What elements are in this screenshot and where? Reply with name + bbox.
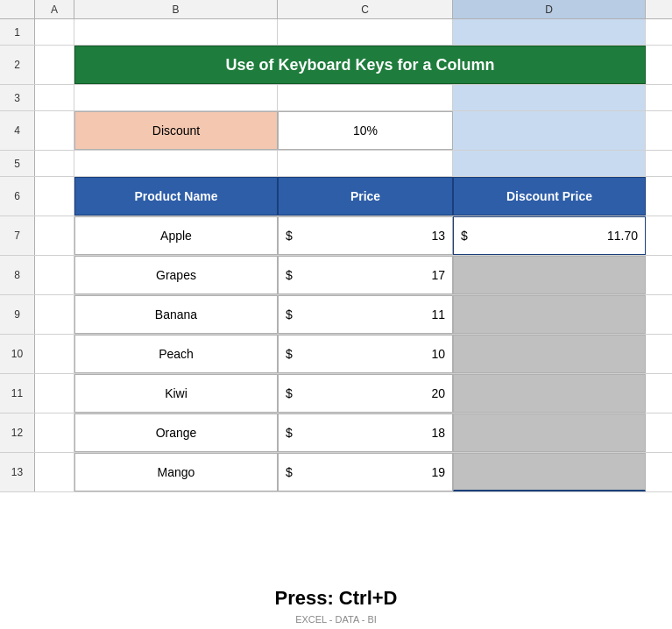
price-val-kiwi: 20 bbox=[303, 386, 445, 400]
discount-dollar-apple: $ bbox=[461, 229, 478, 243]
row-4: 4 Discount 10% bbox=[0, 111, 672, 151]
cell-price-kiwi[interactable]: $ 20 bbox=[278, 374, 453, 413]
discount-label-cell[interactable]: Discount bbox=[74, 111, 278, 150]
cell-a13[interactable] bbox=[35, 453, 74, 491]
cell-a3[interactable] bbox=[35, 85, 74, 110]
row-num-8: 8 bbox=[0, 256, 35, 294]
row-5: 5 bbox=[0, 151, 672, 177]
price-val-grapes: 17 bbox=[303, 268, 445, 282]
cell-product-kiwi[interactable]: Kiwi bbox=[74, 374, 278, 413]
cell-a4[interactable] bbox=[35, 111, 74, 150]
title-cell: Use of Keyboard Keys for a Column bbox=[74, 46, 646, 84]
cell-c1[interactable] bbox=[278, 19, 453, 45]
spreadsheet: A B C D 1 2 Use of Keyboard Keys for a C… bbox=[0, 0, 672, 629]
cell-d5[interactable] bbox=[453, 151, 646, 176]
col-header-c[interactable]: C bbox=[278, 0, 453, 18]
cell-d4[interactable] bbox=[453, 111, 646, 150]
cell-price-mango[interactable]: $ 19 bbox=[278, 453, 453, 491]
row-2: 2 Use of Keyboard Keys for a Column bbox=[0, 46, 672, 85]
cell-discount-kiwi[interactable] bbox=[453, 374, 646, 413]
row-3: 3 bbox=[0, 85, 672, 111]
column-headers: A B C D bbox=[0, 0, 672, 19]
cell-b5[interactable] bbox=[74, 151, 278, 176]
cell-d3[interactable] bbox=[453, 85, 646, 110]
grid-body: 1 2 Use of Keyboard Keys for a Column 3 … bbox=[0, 19, 672, 574]
col-header-b[interactable]: B bbox=[74, 0, 278, 18]
dollar-sign-banana: $ bbox=[286, 307, 303, 322]
watermark: EXCEL - DATA - BI bbox=[0, 614, 672, 629]
cell-discount-banana[interactable] bbox=[453, 295, 646, 334]
cell-discount-grapes[interactable] bbox=[453, 256, 646, 294]
cell-discount-orange[interactable] bbox=[453, 413, 646, 452]
row-num-2: 2 bbox=[0, 46, 35, 84]
cell-a6[interactable] bbox=[35, 177, 74, 216]
row-num-6: 6 bbox=[0, 177, 35, 216]
price-val-banana: 11 bbox=[303, 307, 445, 322]
cell-product-grapes[interactable]: Grapes bbox=[74, 256, 278, 294]
row-10: 10 Peach $ 10 bbox=[0, 335, 672, 374]
row-num-13: 13 bbox=[0, 453, 35, 491]
row-1: 1 bbox=[0, 19, 672, 46]
row-11: 11 Kiwi $ 20 bbox=[0, 374, 672, 413]
cell-a7[interactable] bbox=[35, 216, 74, 255]
price-val-apple: 13 bbox=[303, 229, 445, 243]
dollar-sign-orange: $ bbox=[286, 426, 303, 440]
cell-a10[interactable] bbox=[35, 335, 74, 373]
row-num-7: 7 bbox=[0, 216, 35, 255]
row-num-10: 10 bbox=[0, 335, 35, 373]
dollar-sign-peach: $ bbox=[286, 347, 303, 361]
cell-c3[interactable] bbox=[278, 85, 453, 110]
cell-price-peach[interactable]: $ 10 bbox=[278, 335, 453, 373]
corner-cell bbox=[0, 0, 35, 18]
cell-b3[interactable] bbox=[74, 85, 278, 110]
table-header-price: Price bbox=[278, 177, 453, 216]
row-num-4: 4 bbox=[0, 111, 35, 150]
cell-a1[interactable] bbox=[35, 19, 74, 45]
cell-price-banana[interactable]: $ 11 bbox=[278, 295, 453, 334]
row-9: 9 Banana $ 11 bbox=[0, 295, 672, 335]
bottom-instruction: Press: Ctrl+D bbox=[0, 574, 672, 614]
row-num-9: 9 bbox=[0, 295, 35, 334]
cell-a11[interactable] bbox=[35, 374, 74, 413]
cell-product-orange[interactable]: Orange bbox=[74, 413, 278, 452]
cell-d1[interactable] bbox=[453, 19, 646, 45]
cell-a8[interactable] bbox=[35, 256, 74, 294]
cell-a5[interactable] bbox=[35, 151, 74, 176]
row-12: 12 Orange $ 18 bbox=[0, 413, 672, 453]
row-num-12: 12 bbox=[0, 413, 35, 452]
row-num-3: 3 bbox=[0, 85, 35, 110]
row-8: 8 Grapes $ 17 bbox=[0, 256, 672, 295]
dollar-sign-kiwi: $ bbox=[286, 386, 303, 400]
cell-price-orange[interactable]: $ 18 bbox=[278, 413, 453, 452]
cell-a9[interactable] bbox=[35, 295, 74, 334]
cell-price-grapes[interactable]: $ 17 bbox=[278, 256, 453, 294]
row-6: 6 Product Name Price Discount Price bbox=[0, 177, 672, 216]
cell-b1[interactable] bbox=[74, 19, 278, 45]
row-7: 7 Apple $ 13 $ 11.70 bbox=[0, 216, 672, 256]
cell-discount-apple[interactable]: $ 11.70 bbox=[453, 216, 646, 255]
table-header-discount: Discount Price bbox=[453, 177, 646, 216]
cell-discount-mango[interactable] bbox=[453, 453, 646, 491]
cell-product-apple[interactable]: Apple bbox=[74, 216, 278, 255]
row-num-11: 11 bbox=[0, 374, 35, 413]
price-val-mango: 19 bbox=[303, 465, 445, 479]
row-13: 13 Mango $ 19 bbox=[0, 453, 672, 492]
cell-product-mango[interactable]: Mango bbox=[74, 453, 278, 491]
cell-a12[interactable] bbox=[35, 413, 74, 452]
discount-val-apple: 11.70 bbox=[478, 229, 638, 243]
price-val-orange: 18 bbox=[303, 426, 445, 440]
row-num-5: 5 bbox=[0, 151, 35, 176]
col-header-d[interactable]: D bbox=[453, 0, 646, 18]
row-num-1: 1 bbox=[0, 19, 35, 45]
table-header-product: Product Name bbox=[74, 177, 278, 216]
col-header-a[interactable]: A bbox=[35, 0, 74, 18]
cell-a2[interactable] bbox=[35, 46, 74, 84]
dollar-sign-mango: $ bbox=[286, 465, 303, 479]
cell-product-banana[interactable]: Banana bbox=[74, 295, 278, 334]
dollar-sign-grapes: $ bbox=[286, 268, 303, 282]
cell-discount-peach[interactable] bbox=[453, 335, 646, 373]
discount-value-cell[interactable]: 10% bbox=[278, 111, 453, 150]
cell-c5[interactable] bbox=[278, 151, 453, 176]
cell-product-peach[interactable]: Peach bbox=[74, 335, 278, 373]
cell-price-apple[interactable]: $ 13 bbox=[278, 216, 453, 255]
